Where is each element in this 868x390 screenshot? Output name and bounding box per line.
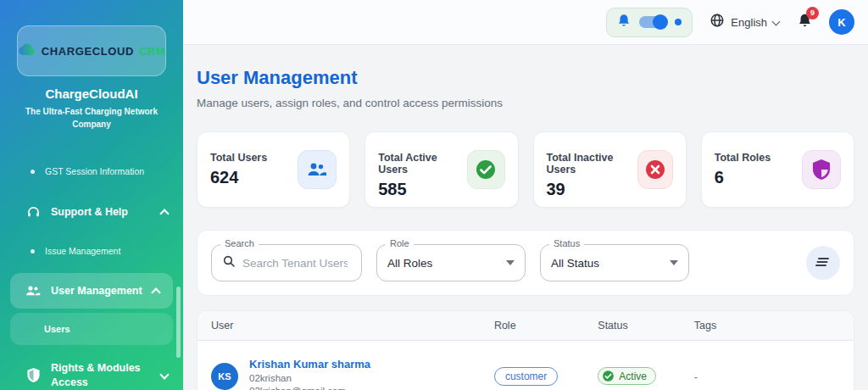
sidebar-subitem-label: Users bbox=[44, 324, 70, 334]
content: User Management Manage users, assign rol… bbox=[183, 45, 868, 390]
page-title: User Management bbox=[197, 67, 854, 89]
stats-row: Total Users 624 Total Active Users 585 bbox=[197, 131, 854, 208]
notifications-bell[interactable]: 9 bbox=[798, 13, 812, 32]
chevron-down-icon bbox=[161, 371, 170, 380]
search-field[interactable]: Search bbox=[211, 244, 362, 281]
sidebar: CHARGECLOUD CRM ChargeCloudAI The Ultra-… bbox=[0, 0, 183, 390]
search-input[interactable] bbox=[242, 257, 348, 270]
bullet-icon bbox=[31, 249, 35, 254]
sidebar-nav: GST Session Information Support & Help I… bbox=[0, 159, 183, 390]
stat-label: Total Active Users bbox=[378, 152, 467, 176]
stat-card-total-roles: Total Roles 6 bbox=[701, 131, 854, 208]
dropdown-arrow-icon bbox=[506, 260, 515, 265]
user-name-link[interactable]: Krishan Kumar sharma bbox=[249, 358, 370, 370]
role-select-value: All Roles bbox=[387, 257, 432, 270]
sidebar-item-support-help[interactable]: Support & Help bbox=[0, 195, 183, 229]
users-table: User Role Status Tags KS Krishan Kumar s… bbox=[197, 310, 854, 390]
users-icon bbox=[298, 150, 337, 189]
notification-toggle-switch[interactable] bbox=[639, 16, 666, 28]
column-header-tags: Tags bbox=[694, 320, 840, 332]
row-avatar: KS bbox=[211, 363, 238, 390]
role-select[interactable]: Role All Roles bbox=[376, 244, 526, 281]
column-header-status: Status bbox=[598, 320, 694, 332]
main-area: English 9 K User Management Manage users… bbox=[183, 0, 868, 390]
sidebar-item-issue-management[interactable]: Issue Management bbox=[0, 239, 183, 263]
tags-value: - bbox=[694, 371, 698, 383]
sidebar-item-label: GST Session Information bbox=[45, 166, 144, 176]
chevron-up-icon bbox=[161, 208, 170, 216]
brand-logo: CHARGECLOUD CRM bbox=[17, 25, 166, 76]
filter-bar: Search Role All Roles Status All Stat bbox=[197, 230, 854, 296]
search-icon bbox=[222, 254, 236, 271]
shield-icon bbox=[802, 150, 841, 189]
headset-icon bbox=[25, 204, 41, 220]
app-window: CHARGECLOUD CRM ChargeCloudAI The Ultra-… bbox=[0, 0, 868, 390]
topbar: English 9 K bbox=[183, 0, 868, 45]
logo-suffix: CRM bbox=[139, 45, 165, 58]
stat-value: 6 bbox=[715, 168, 771, 187]
table-row[interactable]: KS Krishan Kumar sharma 02krishan 02kris… bbox=[198, 341, 854, 390]
globe-icon bbox=[709, 13, 725, 31]
chevron-down-icon bbox=[773, 19, 781, 26]
company-tagline: The Ultra-Fast Charging Network Company bbox=[15, 106, 168, 131]
users-icon bbox=[25, 283, 41, 298]
user-avatar[interactable]: K bbox=[829, 9, 854, 35]
notification-count-badge: 9 bbox=[806, 7, 819, 20]
user-username: 02krishan bbox=[249, 373, 370, 383]
status-select-value: All Status bbox=[551, 257, 599, 270]
stat-card-total-active-users: Total Active Users 585 bbox=[364, 131, 518, 208]
status-badge: Active bbox=[598, 367, 656, 385]
language-label: English bbox=[731, 16, 767, 29]
role-badge: customer bbox=[494, 367, 558, 386]
dropdown-arrow-icon bbox=[670, 260, 678, 265]
toggle-knob bbox=[653, 14, 668, 30]
role-select-label: Role bbox=[386, 238, 414, 248]
stat-label: Total Roles bbox=[715, 152, 771, 164]
stat-label: Total Users bbox=[210, 152, 267, 164]
sidebar-item-label: User Management bbox=[51, 285, 142, 297]
bell-icon bbox=[617, 14, 631, 31]
sidebar-item-gst-session-information[interactable]: GST Session Information bbox=[0, 159, 183, 183]
stat-value: 585 bbox=[378, 180, 467, 199]
user-email: 02krishan@gmail.com bbox=[249, 386, 370, 390]
sidebar-item-label: Issue Management bbox=[45, 246, 120, 256]
stat-value: 624 bbox=[210, 168, 267, 187]
sidebar-item-label: Rights & Modules Access bbox=[51, 361, 151, 390]
status-select-label: Status bbox=[549, 238, 584, 248]
stat-card-total-users: Total Users 624 bbox=[197, 131, 350, 208]
sidebar-item-label: Support & Help bbox=[51, 206, 151, 218]
search-field-label: Search bbox=[220, 238, 259, 248]
company-name: ChargeCloudAI bbox=[0, 86, 183, 101]
sort-filter-button[interactable] bbox=[806, 246, 840, 280]
status-select[interactable]: Status All Status bbox=[540, 244, 689, 281]
stat-card-total-inactive-users: Total Inactive Users 39 bbox=[533, 131, 687, 208]
column-header-user: User bbox=[211, 320, 494, 332]
sidebar-item-user-management[interactable]: User Management bbox=[10, 273, 173, 309]
stat-value: 39 bbox=[547, 180, 637, 199]
table-header-row: User Role Status Tags bbox=[198, 311, 854, 341]
language-selector[interactable]: English bbox=[709, 13, 781, 31]
bullet-icon bbox=[31, 170, 35, 174]
x-circle-icon bbox=[637, 150, 673, 189]
check-circle-icon bbox=[467, 150, 505, 189]
check-circle-icon bbox=[602, 370, 615, 382]
status-dot bbox=[675, 19, 682, 25]
sidebar-scrollbar[interactable] bbox=[176, 287, 181, 358]
column-header-role: Role bbox=[494, 320, 598, 332]
cloud-logo-icon bbox=[18, 43, 36, 59]
sort-lines-icon bbox=[815, 256, 831, 270]
stat-label: Total Inactive Users bbox=[547, 152, 637, 176]
logo-wordmark: CHARGECLOUD bbox=[42, 45, 134, 58]
page-subtitle: Manage users, assign roles, and control … bbox=[197, 97, 854, 109]
notification-toggle-pill[interactable] bbox=[606, 8, 693, 37]
status-badge-label: Active bbox=[619, 370, 647, 382]
sidebar-subitem-users[interactable]: Users bbox=[10, 313, 173, 345]
shield-icon bbox=[25, 368, 41, 383]
chevron-up-icon bbox=[153, 287, 161, 295]
sidebar-item-rights-modules-access[interactable]: Rights & Modules Access bbox=[0, 352, 183, 390]
